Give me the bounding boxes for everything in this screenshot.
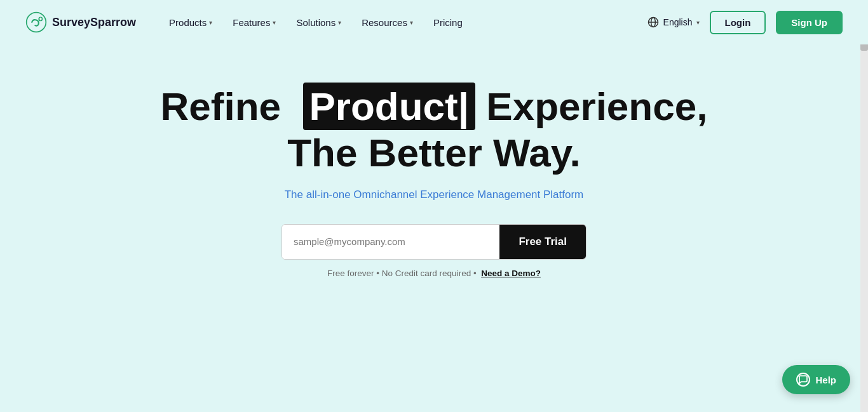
navbar-left: SurveySparrow Products ▾ Features ▾ Solu… [25,11,470,33]
nav-links: Products ▾ Features ▾ Solutions ▾ Resour… [161,12,470,33]
hero-title-line2: The Better Way. [161,130,708,175]
signup-button[interactable]: Sign Up [776,11,843,34]
navbar: SurveySparrow Products ▾ Features ▾ Solu… [0,0,868,44]
language-selector[interactable]: English ▾ [647,16,700,29]
nav-item-features[interactable]: Features ▾ [225,12,283,33]
email-input[interactable] [282,225,499,259]
help-button[interactable]: Help [782,365,850,394]
language-label: English [663,17,693,27]
svg-point-0 [27,13,46,32]
logo[interactable]: SurveySparrow [25,11,136,33]
nav-item-resources[interactable]: Resources ▾ [354,12,421,33]
nav-item-pricing[interactable]: Pricing [426,12,470,33]
email-form: Free Trial [281,224,587,260]
logo-icon [25,11,47,33]
help-label: Help [815,375,836,385]
demo-link[interactable]: Need a Demo? [481,269,541,278]
navbar-right: English ▾ Login Sign Up [647,11,843,34]
chevron-down-icon: ▾ [410,19,413,26]
hero-subtitle: The all-in-one Omnichannel Experience Ma… [285,189,584,201]
chevron-down-icon: ▾ [338,19,341,26]
nav-item-products[interactable]: Products ▾ [161,12,220,33]
free-trial-button[interactable]: Free Trial [499,225,586,259]
hero-note: Free forever • No Credit card required •… [327,269,541,278]
chevron-down-icon: ▾ [696,19,700,26]
chevron-down-icon: ▾ [273,19,276,26]
globe-icon [647,16,660,29]
nav-item-solutions[interactable]: Solutions ▾ [288,12,349,33]
hero-title: Refine Product| Experience, The Better W… [161,83,708,176]
hero-title-line1: Refine Product| Experience, [161,83,708,130]
chevron-down-icon: ▾ [209,19,212,26]
brand-name: SurveySparrow [52,16,136,29]
chat-icon [798,375,808,385]
scrollbar[interactable] [860,0,868,412]
highlight-word: Product| [303,83,476,130]
login-button[interactable]: Login [710,11,766,34]
help-circle-icon [796,373,810,387]
hero-section: Refine Product| Experience, The Better W… [0,44,868,303]
